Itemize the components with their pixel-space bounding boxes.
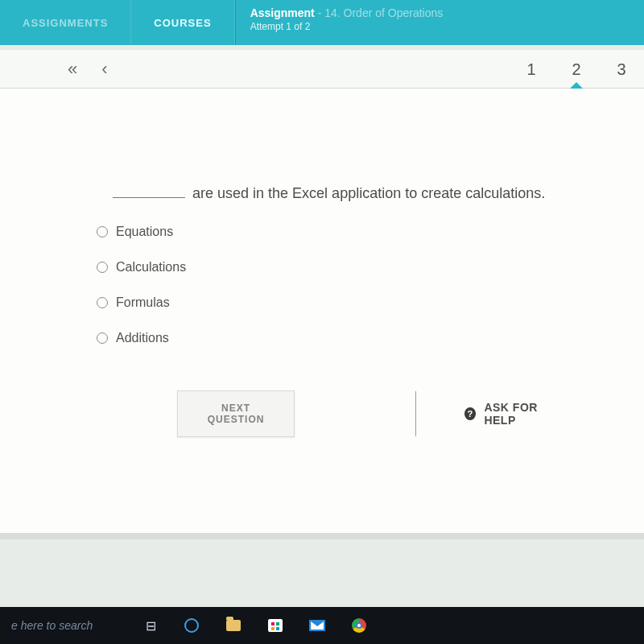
divider bbox=[415, 391, 416, 436]
fill-blank bbox=[113, 197, 185, 198]
question-text: are used in the Excel application to cre… bbox=[89, 185, 596, 202]
task-view-icon[interactable]: ⊟ bbox=[141, 617, 159, 634]
page-number-2[interactable]: 2 bbox=[554, 47, 599, 91]
option-label: Formulas bbox=[116, 295, 170, 310]
option-additions[interactable]: Additions bbox=[97, 331, 596, 345]
page-nav: « ‹ 1 2 3 bbox=[0, 45, 644, 89]
question-mark-icon: ? bbox=[464, 407, 476, 420]
mail-icon[interactable] bbox=[308, 617, 326, 634]
radio-icon bbox=[97, 297, 108, 308]
option-label: Calculations bbox=[116, 260, 186, 275]
page-number-3[interactable]: 3 bbox=[599, 47, 644, 91]
top-bar: ASSIGNMENTS COURSES Assignment - 14. Ord… bbox=[0, 0, 644, 45]
file-explorer-icon[interactable] bbox=[225, 617, 242, 634]
breadcrumb: Assignment - 14. Order of Operations Att… bbox=[235, 0, 644, 45]
option-label: Equations bbox=[116, 225, 173, 239]
windows-taskbar: e here to search ⊟ bbox=[0, 607, 644, 644]
assignment-title: 14. Order of Operations bbox=[324, 6, 443, 19]
option-label: Additions bbox=[116, 331, 169, 345]
action-row: NEXT QUESTION ? ASK FOR HELP bbox=[89, 366, 596, 437]
microsoft-store-icon[interactable] bbox=[266, 617, 284, 634]
taskbar-search-text[interactable]: e here to search bbox=[11, 619, 93, 632]
attempt-indicator: Attempt 1 of 2 bbox=[250, 21, 630, 32]
option-calculations[interactable]: Calculations bbox=[97, 260, 596, 275]
help-label: ASK FOR HELP bbox=[484, 401, 564, 427]
option-formulas[interactable]: Formulas bbox=[97, 295, 596, 310]
breadcrumb-label: Assignment bbox=[250, 6, 315, 19]
taskbar-icons: ⊟ bbox=[141, 617, 368, 634]
radio-icon bbox=[97, 332, 108, 344]
chrome-icon[interactable] bbox=[350, 617, 368, 634]
next-question-button[interactable]: NEXT QUESTION bbox=[177, 390, 295, 437]
question-panel: are used in the Excel application to cre… bbox=[0, 89, 644, 539]
tab-assignments[interactable]: ASSIGNMENTS bbox=[0, 0, 131, 45]
radio-icon bbox=[97, 262, 108, 273]
page-number-1[interactable]: 1 bbox=[509, 47, 554, 91]
ask-for-help-button[interactable]: ? ASK FOR HELP bbox=[464, 401, 564, 427]
radio-icon bbox=[97, 226, 108, 237]
option-equations[interactable]: Equations bbox=[97, 225, 596, 239]
nav-prev-icon[interactable]: ‹ bbox=[89, 59, 121, 80]
nav-first-icon[interactable]: « bbox=[56, 59, 89, 80]
edge-icon[interactable] bbox=[183, 617, 200, 634]
tab-courses[interactable]: COURSES bbox=[131, 0, 234, 45]
answer-options: Equations Calculations Formulas Addition… bbox=[89, 225, 596, 345]
